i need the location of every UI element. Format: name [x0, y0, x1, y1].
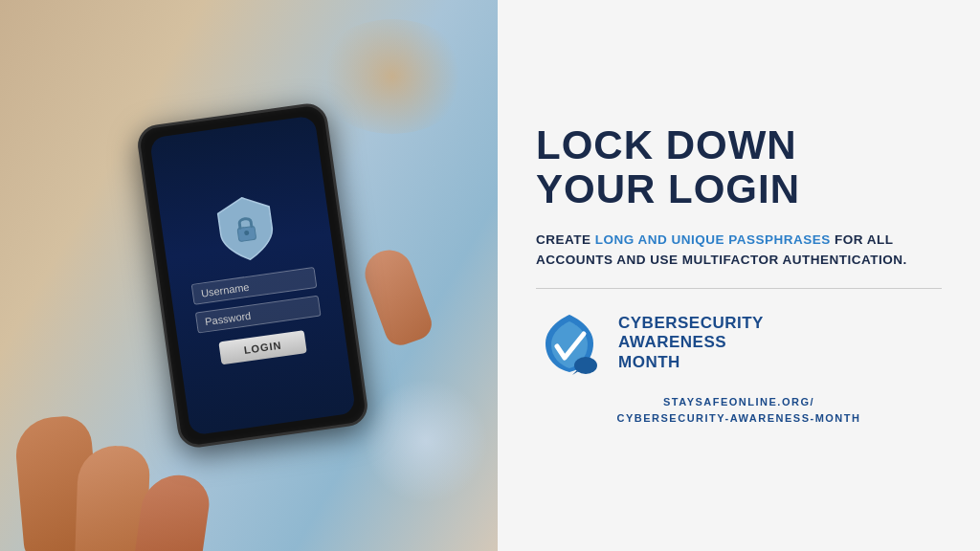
right-panel: LOCK DOWN YOUR LOGIN CREATE LONG AND UNI…	[498, 0, 980, 551]
url-line2: CYBERSECURITY-AWARENESS-MONTH	[536, 410, 942, 428]
cam-title-line2: AWARENESS	[618, 333, 764, 352]
cam-logo-icon	[536, 310, 603, 377]
headline: LOCK DOWN YOUR LOGIN	[536, 123, 942, 211]
login-button-label: LOGIN	[243, 339, 282, 355]
headline-line1: LOCK DOWN	[536, 123, 942, 167]
url-text: STAYSAFEONLINE.ORG/ CYBERSECURITY-AWAREN…	[536, 394, 942, 428]
shield-icon	[208, 187, 284, 268]
left-panel: Username Password LOGIN	[0, 0, 498, 551]
page-container: Username Password LOGIN LOCK DOWN YOUR L…	[0, 0, 980, 551]
headline-line2: YOUR LOGIN	[536, 167, 942, 211]
username-label: Username	[200, 280, 250, 298]
body-text: CREATE LONG AND UNIQUE PASSPHRASES FOR A…	[536, 230, 942, 271]
body-prefix: CREATE	[536, 232, 595, 247]
cam-title-line3: MONTH	[618, 353, 764, 372]
login-button[interactable]: LOGIN	[218, 330, 306, 364]
cam-title-line1: CYBERSECURITY	[618, 314, 764, 333]
url-line1: STAYSAFEONLINE.ORG/	[536, 394, 942, 411]
divider	[536, 288, 942, 289]
body-highlight: LONG AND UNIQUE PASSPHRASES	[595, 232, 831, 247]
cam-title: CYBERSECURITY AWARENESS MONTH	[618, 314, 764, 372]
logo-row: CYBERSECURITY AWARENESS MONTH	[536, 310, 942, 377]
password-label: Password	[204, 309, 251, 327]
phone-screen: Username Password LOGIN	[149, 115, 356, 435]
